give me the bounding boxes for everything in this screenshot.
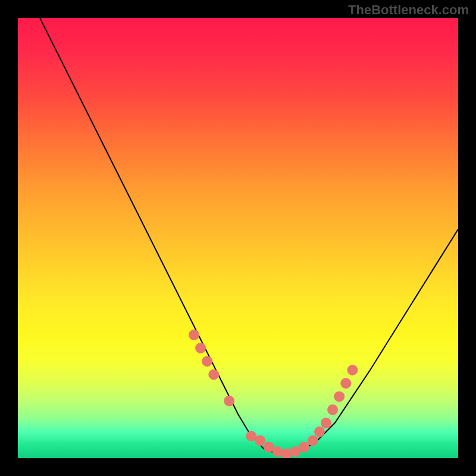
highlight-dot bbox=[321, 418, 331, 428]
highlight-dot bbox=[314, 427, 325, 437]
chart-svg bbox=[18, 18, 458, 458]
highlight-dot bbox=[195, 343, 206, 353]
highlight-dot bbox=[308, 435, 318, 446]
highlight-dot bbox=[334, 391, 345, 402]
highlight-dot bbox=[347, 365, 358, 375]
highlight-dot bbox=[327, 405, 338, 415]
highlight-dots-group bbox=[189, 330, 358, 458]
plot-area bbox=[18, 18, 458, 458]
highlight-dot bbox=[189, 330, 199, 340]
highlight-dot bbox=[202, 356, 212, 367]
highlight-dot bbox=[208, 369, 219, 380]
highlight-dot bbox=[255, 435, 265, 446]
highlight-dot bbox=[224, 396, 234, 406]
watermark-text: TheBottleneck.com bbox=[348, 2, 469, 18]
highlight-dot bbox=[299, 442, 309, 453]
highlight-dot bbox=[340, 378, 351, 389]
bottleneck-curve bbox=[40, 18, 458, 454]
